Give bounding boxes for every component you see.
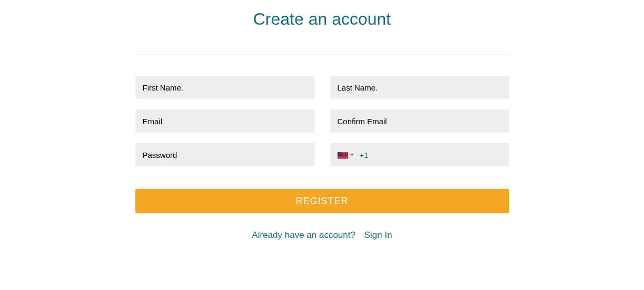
svg-rect-7 [338,152,342,156]
confirm-email-field[interactable] [330,109,509,133]
dial-code: +1 [360,151,369,159]
phone-field-wrapper: +1 [330,143,509,166]
us-flag-icon [338,152,348,158]
phone-field[interactable] [369,151,502,159]
signin-link[interactable]: Sign In [364,230,392,240]
divider [135,54,509,55]
email-field[interactable] [135,109,314,133]
password-field[interactable] [135,143,314,166]
register-button[interactable]: REGISTER [135,189,509,213]
signin-prompt: Already have an account? [252,230,355,240]
last-name-field[interactable] [330,76,509,99]
chevron-down-icon [350,153,354,157]
first-name-field[interactable] [135,76,314,99]
country-selector[interactable] [338,152,354,158]
svg-rect-4 [338,156,348,156]
svg-rect-6 [338,158,348,158]
svg-rect-5 [338,157,348,157]
bottom-divider [135,177,509,177]
page-title: Create an account [135,9,509,29]
